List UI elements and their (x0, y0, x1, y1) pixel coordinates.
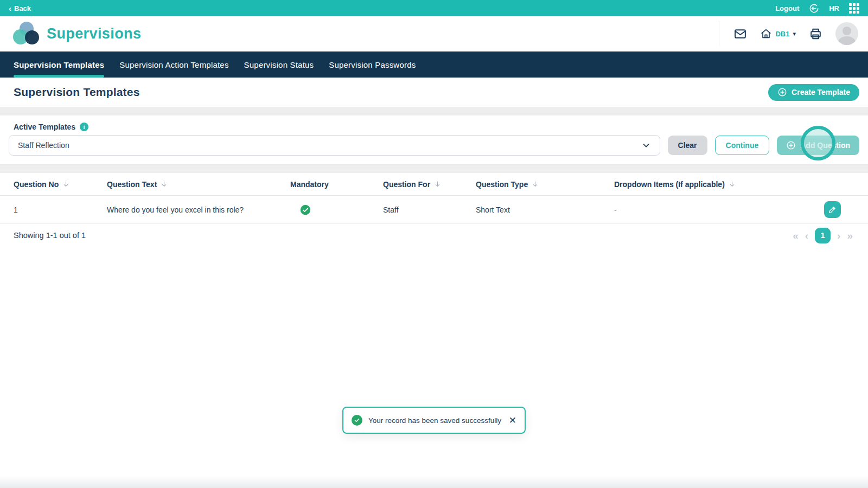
filter-panel: Active Templates i Staff Reflection Clea… (0, 115, 868, 164)
continue-button[interactable]: Continue (715, 136, 770, 155)
column-mandatory: Mandatory (290, 180, 383, 189)
chevron-down-icon (641, 140, 651, 150)
header-divider (719, 21, 719, 46)
logout-arrow-icon[interactable] (809, 3, 819, 14)
questions-table: Question No Question Text Mandatory Ques… (0, 173, 868, 481)
page-title: Supervision Templates (14, 86, 140, 99)
template-select[interactable]: Staff Reflection (9, 135, 660, 156)
apps-grid-icon[interactable] (849, 3, 859, 14)
cell-question-type: Short Text (476, 206, 614, 214)
sort-icon (729, 181, 736, 188)
section-divider (0, 164, 868, 173)
next-page-button[interactable]: › (837, 230, 840, 241)
success-check-icon (352, 415, 362, 426)
back-label: Back (14, 4, 31, 12)
tab-supervision-passwords[interactable]: Supervision Passwords (329, 52, 416, 78)
add-question-label: Add Question (800, 141, 850, 150)
back-chevron-icon: ‹ (9, 4, 11, 12)
database-label: DB1 (775, 30, 789, 38)
sort-icon (532, 181, 539, 188)
template-select-value: Staff Reflection (18, 141, 69, 150)
active-templates-label: Active Templates (14, 123, 75, 131)
column-question-type[interactable]: Question Type (476, 180, 614, 189)
main-navigation: Supervision Templates Supervision Action… (0, 52, 868, 78)
sort-icon (62, 181, 69, 188)
first-page-button[interactable]: « (793, 230, 799, 241)
page-title-bar: Supervision Templates Create Template (0, 78, 868, 107)
sort-icon (434, 181, 441, 188)
table-header-row: Question No Question Text Mandatory Ques… (0, 173, 868, 196)
column-question-text[interactable]: Question Text (107, 180, 290, 189)
tab-supervision-status[interactable]: Supervision Status (244, 52, 314, 78)
pagination: « ‹ 1 › » (793, 228, 853, 243)
app-title: Supervisions (47, 25, 141, 42)
top-utility-bar: ‹ Back Logout HR (0, 0, 868, 16)
table-footer: Showing 1-1 out of 1 « ‹ 1 › » (0, 224, 868, 247)
pencil-icon (828, 205, 837, 214)
home-icon (760, 28, 772, 40)
tab-supervision-action-templates[interactable]: Supervision Action Templates (119, 52, 228, 78)
cell-mandatory (290, 204, 383, 215)
add-question-button[interactable]: Add Question (777, 136, 859, 155)
edit-row-button[interactable] (824, 201, 841, 218)
plus-circle-icon (777, 87, 787, 97)
last-page-button[interactable]: » (847, 230, 853, 241)
close-icon[interactable]: ✕ (509, 416, 516, 425)
section-divider (0, 107, 868, 115)
success-toast: Your record has been saved successfully … (342, 407, 526, 434)
create-template-label: Create Template (792, 88, 850, 97)
showing-count: Showing 1-1 out of 1 (14, 231, 86, 240)
column-dropdown-items[interactable]: Dropdown Items (If applicable) (614, 180, 797, 189)
info-icon[interactable]: i (80, 123, 88, 131)
plus-circle-icon (786, 140, 796, 150)
print-icon[interactable] (809, 27, 822, 41)
column-question-no[interactable]: Question No (14, 180, 107, 189)
cell-question-for: Staff (383, 206, 476, 214)
user-initials: HR (829, 4, 839, 12)
table-row: 1 Where do you feel you excel in this ro… (0, 196, 868, 224)
prev-page-button[interactable]: ‹ (805, 230, 808, 241)
column-question-for[interactable]: Question For (383, 180, 476, 189)
chevron-down-icon: ▾ (793, 30, 796, 37)
app-logo (13, 22, 39, 46)
current-page-button[interactable]: 1 (815, 228, 831, 243)
logout-button[interactable]: Logout (775, 4, 799, 12)
toast-message: Your record has been saved successfully (368, 416, 501, 425)
cell-dropdown-items: - (614, 206, 797, 214)
tab-supervision-templates[interactable]: Supervision Templates (14, 52, 104, 78)
app-header: Supervisions DB1 ▾ (0, 16, 868, 52)
user-avatar[interactable] (835, 22, 858, 45)
database-selector[interactable]: DB1 ▾ (760, 28, 796, 40)
check-circle-icon (300, 204, 383, 215)
create-template-button[interactable]: Create Template (768, 84, 859, 101)
sort-icon (161, 181, 168, 188)
cell-question-text: Where do you feel you excel in this role… (107, 206, 290, 214)
cell-question-no: 1 (14, 206, 107, 214)
mail-icon[interactable] (733, 27, 747, 41)
back-button[interactable]: ‹ Back (9, 4, 31, 12)
clear-button[interactable]: Clear (668, 136, 707, 155)
